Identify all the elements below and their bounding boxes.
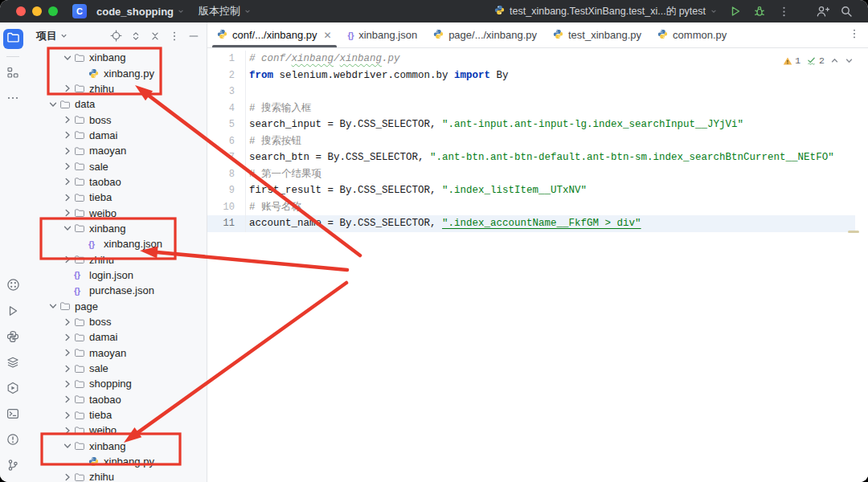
search-everywhere-button[interactable] bbox=[836, 2, 857, 21]
tree-item-taobao[interactable]: taobao bbox=[26, 174, 207, 190]
tool-window-button-python-packages[interactable] bbox=[3, 353, 23, 374]
tree-item-tieba[interactable]: tieba bbox=[26, 190, 207, 205]
tree-chevron-icon[interactable] bbox=[61, 82, 74, 95]
tool-window-button-python-console[interactable] bbox=[3, 328, 23, 348]
tree-item-boss[interactable]: boss bbox=[26, 314, 207, 329]
line-number[interactable]: 6 bbox=[207, 133, 246, 150]
tree-item-xinbang[interactable]: xinbang bbox=[26, 221, 207, 236]
tree-item-boss[interactable]: boss bbox=[26, 112, 207, 127]
tree-item-xinbang-py[interactable]: xinbang.py bbox=[26, 454, 207, 469]
run-configuration-selector[interactable]: test_xinbang.TestXinBang.test_xi...的 pyt… bbox=[489, 5, 722, 18]
tool-window-button-problems[interactable] bbox=[3, 431, 23, 451]
tree-chevron-icon[interactable] bbox=[61, 222, 74, 235]
tree-chevron-icon[interactable] bbox=[61, 424, 74, 437]
tree-chevron-icon[interactable] bbox=[61, 393, 74, 406]
tree-item-page[interactable]: page bbox=[26, 299, 207, 314]
tree-chevron-icon[interactable] bbox=[61, 362, 74, 375]
run-button[interactable] bbox=[725, 2, 746, 21]
locate-icon[interactable] bbox=[109, 29, 123, 43]
tree-item-weibo[interactable]: weibo bbox=[26, 205, 207, 220]
tool-window-button-structure[interactable] bbox=[3, 63, 23, 84]
editor-tab-xinbang-json[interactable]: {}xinbang.json bbox=[340, 22, 426, 47]
tree-item-sale[interactable]: sale bbox=[26, 158, 207, 174]
editor-tab-conf-xinbang-py[interactable]: conf/.../xinbang.py✕ bbox=[209, 22, 340, 47]
line-number[interactable]: 10 bbox=[207, 199, 246, 216]
editor-tab-test-xinbang-py[interactable]: test_xinbang.py bbox=[545, 22, 649, 47]
line-number[interactable]: 9 bbox=[207, 182, 246, 199]
tree-item-data[interactable]: data bbox=[26, 96, 207, 112]
code-with-me-button[interactable] bbox=[812, 2, 833, 21]
tab-list-menu-icon[interactable] bbox=[849, 28, 860, 43]
editor[interactable]: 1# conf/xinbang/xinbang.py2from selenium… bbox=[207, 48, 868, 482]
tree-item-maoyan[interactable]: maoyan bbox=[26, 143, 207, 158]
next-problem-button[interactable] bbox=[845, 56, 854, 65]
tree-item-zhihu[interactable]: zhihu bbox=[26, 469, 207, 482]
tree-chevron-icon[interactable] bbox=[61, 471, 74, 482]
tree-item-damai[interactable]: damai bbox=[26, 329, 207, 345]
tree-item-zhihu[interactable]: zhihu bbox=[26, 81, 207, 96]
tree-chevron-icon[interactable] bbox=[61, 145, 74, 157]
tree-item-login-json[interactable]: {}login.json bbox=[26, 268, 207, 283]
previous-problem-button[interactable] bbox=[830, 56, 839, 65]
minimize-window-button[interactable] bbox=[32, 6, 42, 16]
tree-item-xinbang-json[interactable]: {}xinbang.json bbox=[26, 236, 207, 251]
line-number[interactable]: 5 bbox=[207, 116, 246, 133]
tree-chevron-icon[interactable] bbox=[61, 191, 74, 204]
tree-item-shopping[interactable]: shopping bbox=[26, 376, 207, 391]
tree-item-purchase-json[interactable]: {}purchase.json bbox=[26, 283, 207, 298]
tree-chevron-icon[interactable] bbox=[61, 51, 74, 64]
tree-chevron-icon[interactable] bbox=[61, 160, 74, 173]
hide-icon[interactable] bbox=[186, 29, 200, 43]
tree-item-xinbang[interactable]: xinbang bbox=[26, 50, 207, 65]
close-window-button[interactable] bbox=[16, 6, 26, 16]
tree-item-xinbang-py[interactable]: xinbang.py bbox=[26, 65, 207, 80]
options-icon[interactable] bbox=[167, 29, 181, 43]
line-number[interactable]: 8 bbox=[207, 166, 246, 183]
tree-chevron-icon[interactable] bbox=[47, 300, 59, 312]
tree-item-damai[interactable]: damai bbox=[26, 128, 207, 143]
tool-window-button-project[interactable] bbox=[3, 29, 23, 49]
editor-tab-page-xinbang-py[interactable]: page/.../xinbang.py bbox=[425, 22, 545, 47]
tree-chevron-icon[interactable] bbox=[61, 378, 74, 390]
tree-chevron-icon[interactable] bbox=[61, 175, 74, 188]
tree-item-maoyan[interactable]: maoyan bbox=[26, 345, 207, 361]
tool-window-button-widgets[interactable] bbox=[3, 276, 23, 296]
tool-window-button-version-control[interactable] bbox=[3, 456, 23, 476]
tool-window-button-more[interactable] bbox=[3, 89, 23, 109]
more-actions-button[interactable] bbox=[773, 2, 794, 21]
tree-item-xinbang[interactable]: xinbang bbox=[26, 439, 207, 454]
tree-chevron-icon[interactable] bbox=[61, 346, 74, 359]
vcs-widget[interactable]: 版本控制 bbox=[191, 2, 258, 21]
tree-item-tieba[interactable]: tieba bbox=[26, 407, 207, 423]
zoom-window-button[interactable] bbox=[48, 6, 58, 16]
line-number[interactable]: 7 bbox=[207, 149, 246, 166]
inspections-widget[interactable]: 1 2 bbox=[779, 54, 858, 67]
tree-chevron-icon[interactable] bbox=[61, 409, 74, 422]
line-number[interactable]: 4 bbox=[207, 100, 246, 117]
tool-window-button-run[interactable] bbox=[3, 302, 23, 322]
tree-item-zhihu[interactable]: zhihu bbox=[26, 251, 207, 267]
tab-close-icon[interactable]: ✕ bbox=[324, 31, 332, 40]
project-panel-title[interactable]: 项目 bbox=[36, 29, 68, 43]
expand-collapse-icon[interactable] bbox=[129, 29, 142, 43]
line-number[interactable]: 1 bbox=[207, 51, 246, 67]
warnings-indicator[interactable]: 1 bbox=[783, 55, 800, 66]
tree-item-sale[interactable]: sale bbox=[26, 361, 207, 376]
line-number[interactable]: 11 bbox=[207, 215, 246, 232]
editor-tab-common-py[interactable]: common.py bbox=[649, 22, 735, 47]
tree-chevron-icon[interactable] bbox=[61, 439, 74, 452]
tree-chevron-icon[interactable] bbox=[47, 98, 59, 111]
typos-indicator[interactable]: 2 bbox=[806, 55, 825, 66]
tool-window-button-services[interactable] bbox=[3, 379, 23, 399]
line-number[interactable]: 3 bbox=[207, 84, 246, 100]
tool-window-button-terminal[interactable] bbox=[3, 405, 23, 425]
debug-button[interactable] bbox=[749, 2, 770, 21]
line-number[interactable]: 2 bbox=[207, 67, 246, 84]
tree-item-weibo[interactable]: weibo bbox=[26, 423, 207, 438]
tree-item-taobao[interactable]: taobao bbox=[26, 392, 207, 407]
tree-chevron-icon[interactable] bbox=[61, 129, 74, 141]
tree-chevron-icon[interactable] bbox=[61, 113, 74, 126]
tree-chevron-icon[interactable] bbox=[61, 331, 74, 344]
collapse-all-icon[interactable] bbox=[148, 29, 162, 43]
tree-chevron-icon[interactable] bbox=[61, 253, 74, 266]
